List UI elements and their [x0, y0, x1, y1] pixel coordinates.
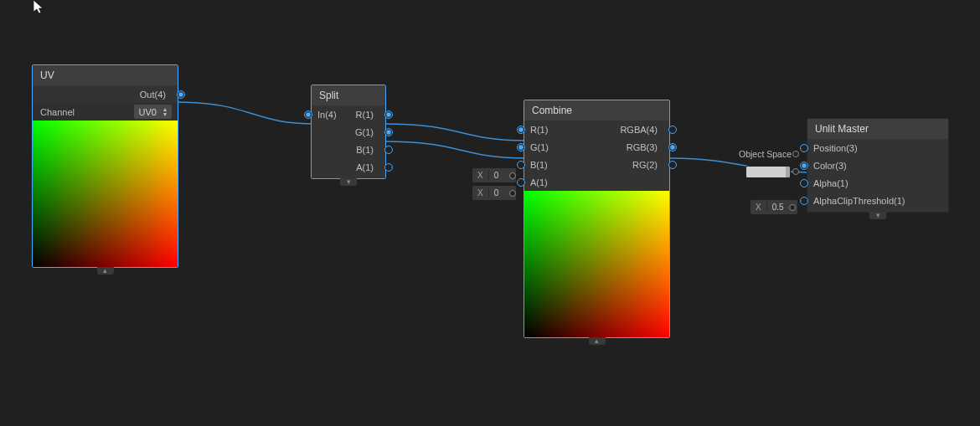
port-swatch[interactable]	[792, 168, 799, 175]
port-label-out: Out(4)	[33, 90, 173, 100]
port-label-rgba: RGBA(4)	[548, 125, 665, 135]
value[interactable]: 0	[489, 171, 509, 180]
port-b-in[interactable]	[517, 161, 525, 169]
node-uv[interactable]: UV Out(4) Channel UV0 ▴▾ ▴	[32, 64, 178, 268]
port-out[interactable]	[789, 204, 796, 211]
port-object-space[interactable]	[792, 151, 799, 157]
mouse-cursor	[34, 0, 45, 15]
port-b-out[interactable]	[384, 146, 393, 154]
port-r-in[interactable]	[517, 126, 525, 134]
x-label: X	[750, 203, 767, 212]
node-split-title[interactable]: Split	[312, 85, 385, 105]
port-color[interactable]	[800, 162, 808, 170]
x-label: X	[472, 188, 489, 198]
port-label-rgb: RGB(3)	[549, 142, 665, 152]
node-unlit-master[interactable]: Unlit Master Position(3) Color(3) Alpha(…	[807, 118, 949, 213]
dropdown-channel[interactable]: UV0 ▴▾	[134, 105, 172, 119]
field-combine-a[interactable]: X 0	[472, 186, 516, 200]
port-label-alpha-clip: AlphaClipThreshold(1)	[812, 196, 905, 206]
label-object-space: Object Space	[739, 149, 792, 159]
port-rgb-out[interactable]	[668, 143, 677, 151]
port-r-out[interactable]	[384, 110, 393, 119]
port-label-g-in: G(1)	[529, 142, 549, 152]
preview-combine	[524, 191, 669, 337]
port-label-b-in: B(1)	[529, 160, 548, 170]
port-a-out[interactable]	[384, 163, 393, 172]
port-a-in[interactable]	[517, 178, 525, 187]
port-out[interactable]	[177, 90, 185, 99]
port-label-b: B(1)	[312, 145, 381, 155]
port-label-a-in: A(1)	[529, 177, 548, 187]
updown-icon: ▴▾	[163, 107, 167, 117]
dropdown-value: UV0	[139, 107, 157, 117]
node-uv-title[interactable]: UV	[33, 65, 178, 85]
port-label-rg: RG(2)	[548, 160, 665, 170]
port-out[interactable]	[509, 172, 516, 179]
port-label-position: Position(3)	[812, 143, 858, 153]
port-out[interactable]	[509, 190, 516, 197]
port-label-alpha: Alpha(1)	[812, 178, 848, 188]
node-combine-title[interactable]: Combine	[524, 100, 669, 121]
node-unlit-title[interactable]: Unlit Master	[807, 119, 948, 139]
port-in[interactable]	[304, 110, 312, 119]
collapse-toggle[interactable]: ▾	[340, 178, 357, 186]
port-g-out[interactable]	[384, 128, 393, 136]
node-split[interactable]: Split In(4) R(1) G(1) B(1) A(1) ▾	[311, 85, 386, 179]
label-channel: Channel	[33, 107, 134, 117]
x-label: X	[472, 171, 489, 180]
port-rg-out[interactable]	[668, 161, 677, 169]
collapse-toggle[interactable]: ▴	[589, 337, 606, 345]
value[interactable]: 0.5	[767, 203, 789, 212]
collapse-toggle[interactable]: ▾	[869, 212, 886, 219]
field-alpha-clip[interactable]: X 0.5	[750, 200, 797, 214]
port-label-g: G(1)	[312, 127, 381, 137]
preview-uv	[33, 121, 178, 267]
port-rgba-out[interactable]	[668, 126, 677, 134]
port-label-r-in: R(1)	[529, 125, 548, 135]
port-alpha[interactable]	[800, 179, 808, 187]
port-label-color: Color(3)	[812, 161, 847, 171]
value[interactable]: 0	[489, 188, 509, 198]
collapse-toggle[interactable]: ▴	[97, 267, 114, 275]
port-position[interactable]	[800, 144, 808, 152]
port-label-in: In(4)	[316, 110, 337, 120]
field-combine-b[interactable]: X 0	[472, 168, 516, 182]
node-combine[interactable]: Combine R(1) RGBA(4) G(1) RGB(3) B(1) RG…	[524, 100, 670, 338]
port-g-in[interactable]	[517, 143, 525, 151]
port-label-r: R(1)	[337, 110, 381, 120]
port-alpha-clip[interactable]	[800, 197, 808, 205]
port-label-a: A(1)	[312, 162, 381, 172]
swatch-color[interactable]	[745, 166, 791, 178]
